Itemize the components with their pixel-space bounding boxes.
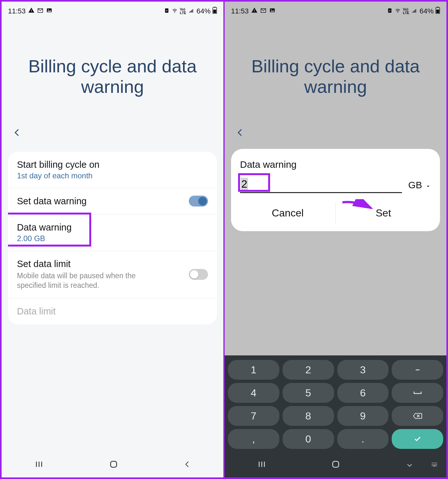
key-4[interactable]: 4 <box>228 383 279 403</box>
dialog-title: Data warning <box>240 159 431 170</box>
row-title: Data warning <box>17 222 208 233</box>
battery-percent: 64% <box>420 7 434 15</box>
wifi-icon <box>395 7 401 15</box>
row-title: Set data limit <box>17 259 208 269</box>
status-time: 11:53 <box>8 7 26 15</box>
key-dot[interactable]: . <box>337 429 389 449</box>
svg-rect-5 <box>214 7 215 7</box>
svg-point-3 <box>174 12 175 13</box>
key-1[interactable]: 1 <box>228 360 279 380</box>
key-8[interactable]: 8 <box>283 406 334 426</box>
gmail-icon <box>37 7 44 15</box>
svg-point-17 <box>432 462 432 463</box>
svg-rect-27 <box>433 465 436 466</box>
svg-point-19 <box>435 462 436 463</box>
toggle-set-data-warning[interactable] <box>189 196 208 207</box>
key-minus[interactable] <box>392 360 443 380</box>
alarm-icon <box>387 7 393 15</box>
svg-point-1 <box>48 9 49 10</box>
key-6[interactable]: 6 <box>337 383 389 403</box>
key-comma[interactable]: , <box>228 429 279 449</box>
row-sub: 2.00 GB <box>17 234 208 243</box>
screenshot-left: 11:53 Vo)LTE <box>1 1 224 478</box>
svg-point-24 <box>436 464 437 464</box>
svg-point-18 <box>433 462 434 463</box>
settings-card: Start billing cycle on 1st day of each m… <box>8 152 217 324</box>
svg-rect-13 <box>437 7 438 7</box>
warning-icon <box>251 7 258 15</box>
nav-recents[interactable] <box>257 460 266 471</box>
key-space[interactable] <box>392 383 443 403</box>
key-3[interactable]: 3 <box>337 360 389 380</box>
svg-point-22 <box>433 464 434 464</box>
nav-bar <box>225 453 446 477</box>
alarm-icon <box>164 7 170 15</box>
unit-label: GB <box>408 180 422 191</box>
svg-point-26 <box>436 465 437 466</box>
gallery-icon <box>46 7 52 15</box>
svg-rect-7 <box>110 461 116 467</box>
page-title: Billing cycle and data warning <box>225 56 446 97</box>
key-5[interactable]: 5 <box>283 383 334 403</box>
status-bar: 11:53 Vo)LTE <box>2 2 223 18</box>
nav-back[interactable] <box>184 460 191 471</box>
data-warning-dialog: Data warning 2 GB Cancel Set <box>231 149 440 231</box>
row-data-warning[interactable]: Data warning 2.00 GB <box>8 215 217 251</box>
svg-point-9 <box>271 9 272 10</box>
keyboard-toggle-icon[interactable] <box>430 460 439 471</box>
row-data-limit: Data limit <box>8 298 217 324</box>
row-title: Data limit <box>17 306 208 317</box>
signal-icon <box>188 7 195 15</box>
volte-icon: Vo)LTE <box>403 8 409 15</box>
svg-rect-16 <box>332 461 339 467</box>
gmail-icon <box>260 7 267 15</box>
toggle-set-data-limit[interactable] <box>189 269 208 280</box>
page-title: Billing cycle and data warning <box>2 56 223 97</box>
key-7[interactable]: 7 <box>228 406 279 426</box>
battery-icon <box>212 7 217 16</box>
svg-point-20 <box>436 462 437 463</box>
row-set-data-warning[interactable]: Set data warning <box>8 188 217 215</box>
nav-home[interactable] <box>109 460 118 471</box>
row-title: Start billing cycle on <box>17 159 208 170</box>
nav-home[interactable] <box>331 460 340 471</box>
back-button[interactable] <box>13 126 21 142</box>
gallery-icon <box>269 7 276 15</box>
battery-percent: 64% <box>196 7 211 15</box>
row-billing-cycle[interactable]: Start billing cycle on 1st day of each m… <box>8 152 217 188</box>
row-title: Set data warning <box>17 196 208 207</box>
signal-icon <box>411 7 418 15</box>
key-2[interactable]: 2 <box>283 360 334 380</box>
row-sub: 1st day of each month <box>17 171 208 180</box>
svg-point-21 <box>432 464 432 464</box>
warning-icon <box>28 7 35 15</box>
svg-rect-6 <box>213 10 216 13</box>
wifi-icon <box>172 7 178 15</box>
battery-icon <box>436 7 440 16</box>
set-button[interactable]: Set <box>335 203 431 223</box>
cancel-button[interactable]: Cancel <box>240 203 335 223</box>
data-warning-input[interactable]: 2 <box>240 176 402 193</box>
svg-point-11 <box>397 12 398 13</box>
svg-rect-15 <box>416 369 420 370</box>
numeric-keyboard: 1 2 3 4 5 6 7 8 9 <box>225 355 446 453</box>
chevron-down-icon <box>425 180 431 191</box>
key-done[interactable] <box>392 429 443 449</box>
svg-point-25 <box>432 465 432 466</box>
row-set-data-limit[interactable]: Set data limit Mobile data will be pause… <box>8 251 217 298</box>
volte-icon: Vo)LTE <box>180 8 186 15</box>
key-0[interactable]: 0 <box>283 429 334 449</box>
status-time: 11:53 <box>231 7 249 15</box>
key-backspace[interactable] <box>392 406 443 426</box>
back-button[interactable] <box>236 126 244 142</box>
nav-bar <box>2 453 223 477</box>
nav-recents[interactable] <box>35 460 44 471</box>
nav-back[interactable] <box>405 460 414 471</box>
row-desc: Mobile data will be paused when the spec… <box>17 271 145 290</box>
status-bar: 11:53 Vo)LTE <box>225 2 446 18</box>
key-9[interactable]: 9 <box>337 406 389 426</box>
svg-point-23 <box>435 464 436 464</box>
svg-rect-14 <box>436 10 439 13</box>
unit-select[interactable]: GB <box>408 180 431 193</box>
screenshot-right: 11:53 Vo)LTE <box>224 1 447 478</box>
